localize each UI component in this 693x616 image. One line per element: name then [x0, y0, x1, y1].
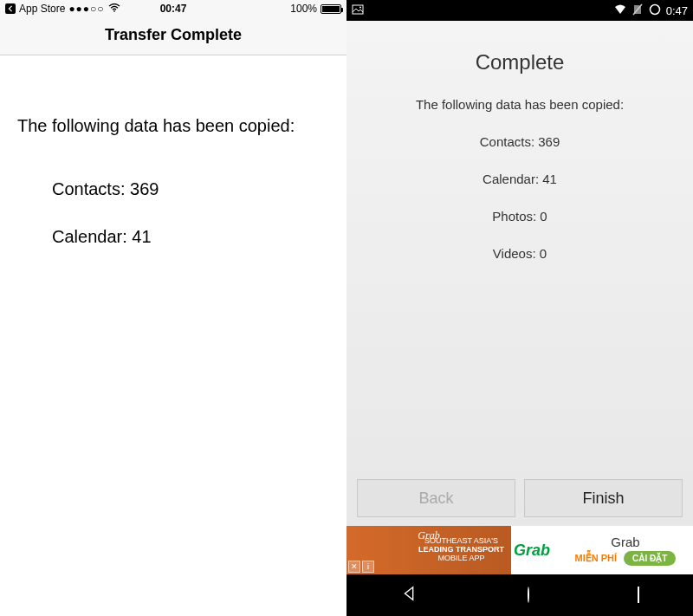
ios-body: The following data has been copied: Cont… [0, 55, 346, 247]
ad-close-icon[interactable]: ✕ [348, 561, 360, 573]
cell-signal-icon: ●●●○○ [68, 3, 104, 15]
svg-rect-1 [353, 5, 363, 14]
clock-ring-icon [649, 3, 661, 18]
ad-banner[interactable]: Grab SOUTHEAST ASIA'S LEADING TRANSPORT … [346, 526, 693, 574]
battery-icon [321, 4, 341, 14]
android-status-bar: 0:47 [346, 0, 693, 21]
nav-recents-icon[interactable] [638, 587, 639, 603]
intro-text: The following data has been copied: [17, 116, 329, 136]
back-to-appstore-icon[interactable] [5, 3, 16, 14]
ad-app-name: Grab [611, 535, 639, 549]
status-time: 0:47 [666, 4, 688, 17]
svg-point-4 [650, 4, 659, 14]
page-title: Complete [476, 50, 565, 75]
result-photos: Photos: 0 [492, 209, 547, 224]
svg-point-0 [113, 10, 115, 12]
status-time: 00:47 [160, 3, 187, 15]
ios-status-bar: App Store ●●●○○ 00:47 100% [0, 0, 346, 17]
ad-app-icon[interactable]: Grab [506, 526, 558, 574]
finish-button[interactable]: Finish [524, 479, 683, 517]
ad-tagline-3: MOBILE APP [418, 554, 504, 563]
button-row: Back Finish [346, 479, 693, 526]
grab-logo-icon: Grab [514, 541, 550, 560]
nav-home-icon[interactable] [528, 587, 529, 603]
result-contacts: Contacts: 369 [52, 179, 329, 199]
result-calendar: Calendar: 41 [52, 227, 329, 247]
android-body: Complete The following data has been cop… [346, 21, 693, 479]
wifi-icon [614, 3, 626, 18]
wifi-icon [108, 3, 120, 15]
no-sim-icon [631, 3, 644, 18]
page-title: Transfer Complete [0, 17, 346, 55]
battery-percent: 100% [290, 3, 317, 15]
result-calendar: Calendar: 41 [483, 172, 557, 186]
image-notification-icon [352, 3, 364, 18]
result-contacts: Contacts: 369 [480, 134, 560, 149]
ios-screen: App Store ●●●○○ 00:47 100% Transfer Comp… [0, 0, 346, 616]
back-to-appstore-label[interactable]: App Store [19, 3, 65, 15]
ad-price-label: MIỄN PHÍ [575, 553, 618, 564]
android-nav-bar [346, 574, 693, 616]
ad-info-icon[interactable]: i [362, 561, 374, 573]
ad-brand-script: Grab [418, 529, 439, 542]
nav-back-icon[interactable] [400, 584, 419, 606]
ad-install-button[interactable]: CÀI ĐẶT [624, 551, 676, 566]
svg-point-2 [359, 6, 361, 8]
intro-text: The following data has been copied: [416, 97, 624, 112]
android-screen: 0:47 Complete The following data has bee… [346, 0, 693, 616]
result-videos: Videos: 0 [493, 246, 547, 261]
back-button[interactable]: Back [357, 479, 515, 517]
ad-creative[interactable]: Grab SOUTHEAST ASIA'S LEADING TRANSPORT … [346, 526, 511, 574]
ad-info[interactable]: Grab MIỄN PHÍ CÀI ĐẶT [558, 526, 693, 574]
